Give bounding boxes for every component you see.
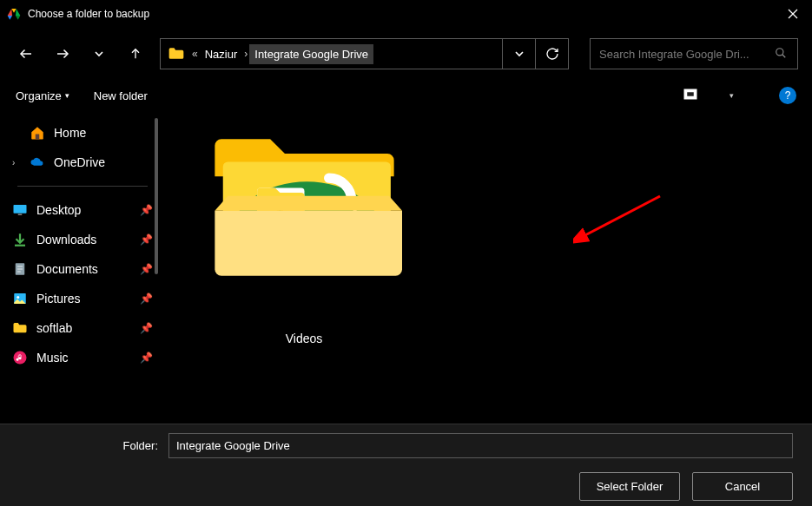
sidebar-item-label: Home <box>54 126 86 140</box>
navigation-bar: « Naziur › Integrate Google Drive <box>0 28 812 80</box>
downloads-icon <box>12 232 28 247</box>
title-bar: Choose a folder to backup <box>0 0 812 28</box>
desktop-icon <box>12 202 28 218</box>
sidebar-item-label: Downloads <box>36 233 96 246</box>
folder-name-input[interactable] <box>168 433 793 458</box>
recent-locations-button[interactable] <box>87 42 111 66</box>
chevron-right-icon: › <box>12 158 21 168</box>
back-button[interactable] <box>14 42 38 66</box>
new-folder-label: New folder <box>94 89 148 102</box>
svg-point-26 <box>17 296 19 299</box>
view-mode-button[interactable] <box>680 85 701 106</box>
sidebar-item-onedrive[interactable]: › OneDrive <box>0 148 165 177</box>
sidebar-item-pictures[interactable]: Pictures 📌 <box>0 284 165 313</box>
google-drive-icon <box>7 7 21 21</box>
sidebar-item-softlab[interactable]: softlab 📌 <box>0 313 165 343</box>
cancel-label: Cancel <box>725 480 760 493</box>
sidebar-item-label: Music <box>36 351 69 365</box>
documents-icon <box>12 261 28 277</box>
toolbar: Organize ▾ New folder ▾ ? <box>0 80 812 111</box>
help-button[interactable]: ? <box>779 87 796 104</box>
sidebar-item-label: Pictures <box>36 292 81 306</box>
select-folder-label: Select Folder <box>597 480 663 493</box>
organize-label: Organize <box>16 89 62 102</box>
organize-menu[interactable]: Organize ▾ <box>16 89 69 102</box>
help-icon-label: ? <box>785 89 791 102</box>
folder-icon <box>168 45 185 62</box>
svg-line-33 <box>582 196 660 237</box>
sidebar: Home › OneDrive Desktop 📌 Downloads 📌 Do… <box>0 111 165 424</box>
address-dropdown-button[interactable] <box>502 39 535 69</box>
content-area[interactable]: Videos <box>165 111 812 424</box>
onedrive-icon <box>30 154 45 170</box>
sidebar-item-desktop[interactable]: Desktop 📌 <box>0 195 165 225</box>
refresh-button[interactable] <box>535 39 568 69</box>
chevron-down-icon: ▾ <box>729 91 734 100</box>
folder-large-icon <box>207 128 402 285</box>
new-folder-button[interactable]: New folder <box>94 89 148 102</box>
search-box[interactable] <box>590 38 798 69</box>
pin-icon: 📌 <box>140 204 153 216</box>
sidebar-item-label: OneDrive <box>54 155 105 169</box>
pin-icon: 📌 <box>140 352 153 364</box>
body: Home › OneDrive Desktop 📌 Downloads 📌 Do… <box>0 111 812 424</box>
address-bar[interactable]: « Naziur › Integrate Google Drive <box>160 38 569 69</box>
music-icon <box>12 350 28 365</box>
breadcrumb-segment-current[interactable]: Integrate Google Drive <box>249 44 373 64</box>
folder-field-label: Folder: <box>19 439 158 452</box>
sidebar-scrollbar[interactable] <box>155 118 158 274</box>
svg-line-13 <box>782 55 786 58</box>
svg-rect-17 <box>14 205 27 214</box>
sidebar-item-label: Desktop <box>36 203 81 217</box>
footer: Folder: Select Folder Cancel <box>0 424 812 506</box>
search-input[interactable] <box>599 48 775 61</box>
chevron-right-icon: › <box>242 48 249 60</box>
pin-icon: 📌 <box>140 322 153 334</box>
sidebar-divider <box>17 186 148 187</box>
cancel-button[interactable]: Cancel <box>692 472 793 501</box>
svg-rect-15 <box>687 92 695 97</box>
folder-item-videos[interactable]: Videos <box>200 128 408 345</box>
svg-rect-18 <box>18 214 23 216</box>
sidebar-item-documents[interactable]: Documents 📌 <box>0 254 165 284</box>
chevron-down-icon: ▾ <box>65 91 69 100</box>
sidebar-item-home[interactable]: Home <box>0 118 165 148</box>
up-button[interactable] <box>123 42 148 66</box>
sidebar-item-downloads[interactable]: Downloads 📌 <box>0 225 165 254</box>
pin-icon: 📌 <box>140 292 153 305</box>
sidebar-item-music[interactable]: Music 📌 <box>0 343 165 372</box>
pin-icon: 📌 <box>140 233 153 246</box>
breadcrumb-ellipsis[interactable]: « <box>190 48 200 60</box>
sidebar-item-label: Documents <box>36 262 98 276</box>
folder-icon <box>12 320 28 336</box>
view-mode-dropdown[interactable]: ▾ <box>725 85 737 106</box>
folder-item-label: Videos <box>200 332 408 345</box>
close-button[interactable] <box>774 0 812 28</box>
window-title: Choose a folder to backup <box>28 8 774 20</box>
sidebar-item-label: softlab <box>36 321 72 335</box>
annotation-arrow <box>573 189 669 250</box>
svg-marker-2 <box>16 9 20 16</box>
svg-marker-3 <box>8 9 12 16</box>
pin-icon: 📌 <box>140 263 153 275</box>
forward-button[interactable] <box>50 42 75 66</box>
home-icon <box>30 125 45 141</box>
pictures-icon <box>12 291 28 306</box>
svg-marker-1 <box>11 9 16 13</box>
svg-rect-16 <box>36 135 40 140</box>
svg-point-12 <box>776 49 783 56</box>
search-icon <box>775 47 789 61</box>
breadcrumb-segment[interactable]: Naziur <box>200 44 243 64</box>
select-folder-button[interactable]: Select Folder <box>579 472 680 501</box>
